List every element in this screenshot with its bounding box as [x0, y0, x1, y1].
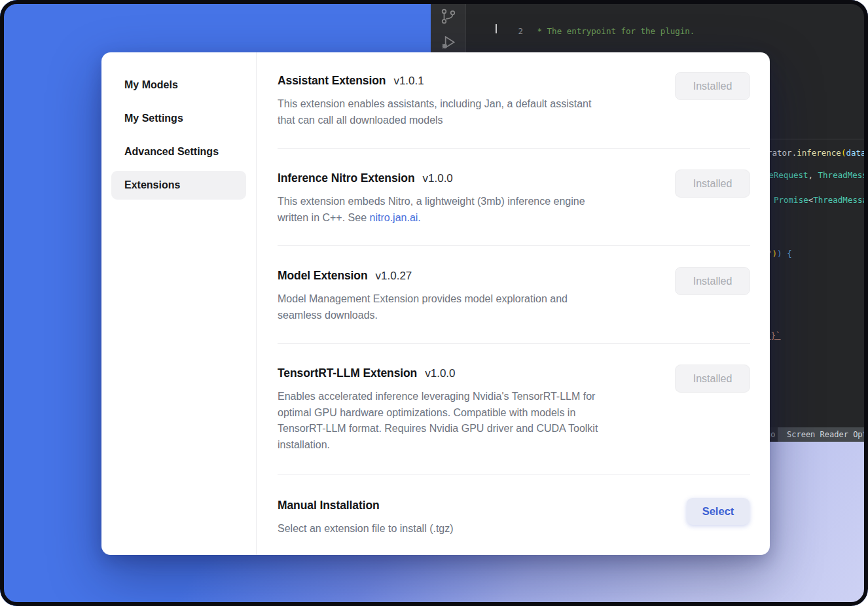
code-fragment: rator.inference(data));: [767, 147, 868, 158]
extension-name: Inference Nitro Extension: [278, 169, 415, 187]
code-fragment: Promise<ThreadMessage>: [774, 194, 868, 205]
manual-installation-description: Select an extension file to install (.tg…: [278, 521, 683, 537]
extensions-list: Assistant Extension v1.0.1 This extensio…: [257, 52, 770, 555]
settings-sidebar: My Models My Settings Advanced Settings …: [101, 52, 257, 555]
screenshot-canvas: 2 * The entrypoint for the plugin. 3 */ …: [0, 0, 868, 606]
sidebar-item-label: Extensions: [124, 179, 180, 191]
installed-button[interactable]: Installed: [675, 365, 750, 393]
sidebar-item-my-settings[interactable]: My Settings: [111, 104, 246, 133]
section-title: Manual Installation: [278, 497, 380, 514]
screen-reader-status-label: Screen Reader Optimized: [787, 430, 868, 439]
extension-version: v1.0.1: [393, 73, 424, 90]
line-number: 2: [467, 26, 523, 37]
sidebar-item-label: My Settings: [124, 113, 183, 124]
manual-installation-title: Manual Installation: [278, 497, 750, 514]
extension-version: v1.0.27: [376, 268, 412, 285]
extension-description: Enables accelerated inference leveraging…: [278, 389, 683, 453]
sidebar-item-extensions[interactable]: Extensions: [111, 171, 246, 200]
nitro-jan-ai-link[interactable]: nitro.jan.ai.: [370, 212, 421, 223]
extension-version: v1.0.0: [425, 365, 455, 382]
sidebar-item-label: Advanced Settings: [124, 146, 219, 158]
extension-version: v1.0.0: [423, 170, 453, 187]
editor-divider: [770, 139, 868, 139]
screen-reader-status-item[interactable]: Screen Reader Optimized: [778, 427, 868, 442]
extension-name: Model Extension: [278, 267, 368, 284]
code-text: * The entrypoint for the plugin.: [532, 26, 695, 36]
settings-modal: My Models My Settings Advanced Settings …: [101, 52, 770, 555]
extension-name: Assistant Extension: [278, 72, 386, 89]
select-file-button[interactable]: Select: [687, 498, 750, 525]
sidebar-item-my-models[interactable]: My Models: [111, 71, 246, 99]
extension-name: TensortRT-LLM Extension: [278, 365, 417, 382]
extension-row-model: Model Extension v1.0.27 Model Management…: [278, 246, 750, 344]
run-debug-icon[interactable]: [440, 34, 457, 51]
code-fragment: ")) {: [767, 248, 792, 259]
code-line: 2 * The entrypoint for the plugin.: [467, 26, 868, 37]
installed-button[interactable]: Installed: [675, 169, 750, 198]
text-cursor: [496, 24, 497, 33]
extension-description: This extension enables assistants, inclu…: [278, 96, 683, 128]
installed-button[interactable]: Installed: [675, 72, 750, 100]
extension-description: Model Management Extension provides mode…: [278, 291, 683, 323]
extension-row-assistant: Assistant Extension v1.0.1 This extensio…: [278, 67, 750, 149]
sidebar-item-advanced-settings[interactable]: Advanced Settings: [111, 137, 246, 166]
source-control-icon[interactable]: [440, 8, 457, 25]
extension-description: This extension embeds Nitro, a lightweig…: [278, 194, 683, 226]
extension-row-tensorrt-llm: TensortRT-LLM Extension v1.0.0 Enables a…: [278, 344, 750, 474]
manual-installation-row: Manual Installation Select an extension …: [278, 474, 750, 552]
sidebar-item-label: My Models: [124, 79, 178, 91]
installed-button[interactable]: Installed: [675, 267, 750, 295]
extension-row-inference-nitro: Inference Nitro Extension v1.0.0 This ex…: [278, 149, 750, 246]
